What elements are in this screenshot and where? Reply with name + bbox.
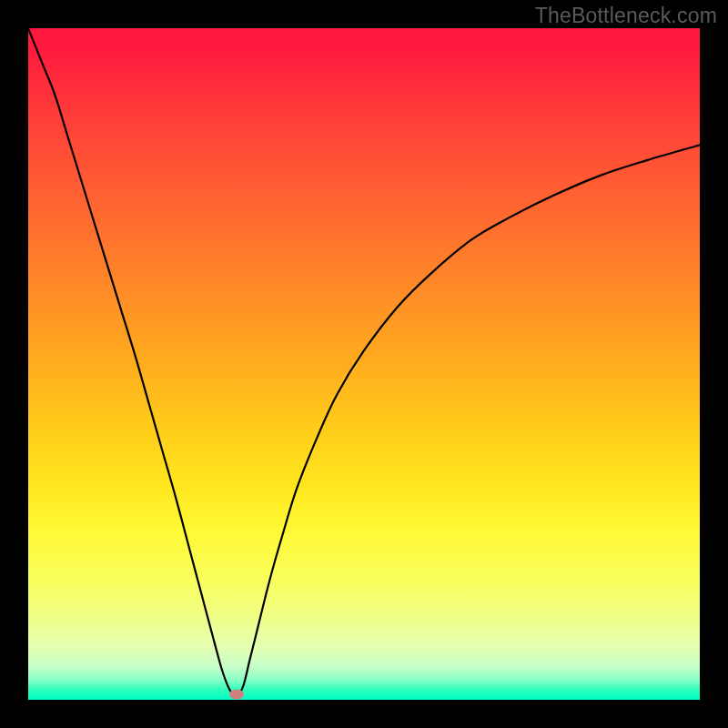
plot-area bbox=[28, 28, 700, 700]
bottleneck-curve-path bbox=[28, 28, 700, 696]
optimum-marker bbox=[229, 690, 244, 700]
bottleneck-curve-svg bbox=[28, 28, 700, 700]
watermark-text: TheBottleneck.com bbox=[535, 4, 717, 28]
